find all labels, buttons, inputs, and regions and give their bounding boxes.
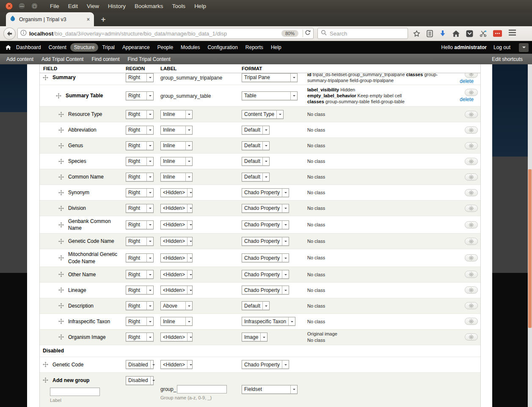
region-select[interactable]: Right [126,188,154,197]
admin-item-appearance[interactable]: Appearance [119,43,154,52]
region-select[interactable]: Right [126,110,154,119]
drag-handle-icon[interactable] [58,303,64,308]
settings-gear-button[interactable] [465,221,478,228]
region-select[interactable]: Right [126,317,154,326]
label-select[interactable]: <Hidden> [160,253,193,262]
bookmark-star-icon[interactable] [413,30,420,37]
admin-item-content[interactable]: Content [45,43,70,52]
region-select[interactable]: Right [126,333,154,341]
format-select[interactable]: Chado Property [242,270,289,279]
region-select[interactable]: Right [126,286,154,294]
format-select[interactable]: Tripal Pane [242,73,298,82]
menu-edit[interactable]: Edit [68,3,78,9]
edit-shortcuts-link[interactable]: Edit shortcuts [492,56,523,62]
settings-gear-button[interactable] [465,142,478,149]
region-select[interactable]: Right [126,73,154,82]
search-input[interactable]: Search [317,28,408,39]
drag-handle-icon[interactable] [56,93,61,99]
site-info-icon[interactable] [20,30,27,38]
drag-handle-icon[interactable] [43,362,48,367]
settings-gear-button[interactable] [465,189,478,196]
settings-gear-button[interactable] [465,73,478,78]
label-select[interactable]: <Hidden> [160,360,193,369]
settings-gear-button[interactable] [465,173,478,181]
region-select[interactable]: Right [126,91,154,100]
extension-badge-icon[interactable] [493,30,502,37]
settings-gear-button[interactable] [465,254,478,261]
format-select[interactable]: Default [242,301,270,310]
home-icon[interactable] [452,30,460,37]
label-select[interactable]: Inline [160,173,193,182]
settings-gear-button[interactable] [465,333,478,341]
format-select[interactable]: Table [242,91,298,100]
region-select[interactable]: Right [126,270,154,279]
admin-item-tripal[interactable]: Tripal [98,43,119,52]
drag-handle-icon[interactable] [58,143,64,148]
browser-tab[interactable]: Organism | Tripal v3 × [6,12,94,26]
drag-handle-icon[interactable] [58,319,64,324]
settings-gear-button[interactable] [465,271,478,278]
format-select[interactable]: Chado Property [242,204,289,213]
settings-gear-button[interactable] [465,286,478,294]
format-select[interactable]: Infraspecific Taxon [242,317,295,326]
label-select[interactable]: <Hidden> [160,188,193,197]
format-select[interactable]: Default [242,173,270,182]
group-label-input[interactable] [50,388,100,396]
reload-icon[interactable] [305,30,311,37]
menu-bookmarks[interactable]: Bookmarks [135,3,163,9]
overlay-scrollbar[interactable] [528,64,532,407]
label-select[interactable]: Inline [160,157,193,166]
delete-link[interactable]: delete [460,78,474,84]
drag-handle-icon[interactable] [43,75,48,80]
shortcut-find-tripal-content[interactable]: Find Tripal Content [128,56,171,62]
format-select[interactable]: Chado Property [242,286,289,294]
drag-handle-icon[interactable] [58,159,64,164]
region-select[interactable]: Right [126,204,154,213]
menu-help[interactable]: Help [194,3,206,9]
admin-item-people[interactable]: People [154,43,177,52]
format-select[interactable]: Chado Property [242,253,289,262]
hamburger-menu-icon[interactable] [509,30,516,37]
settings-gear-button[interactable] [465,302,478,309]
settings-gear-button[interactable] [465,318,478,325]
admin-item-configuration[interactable]: Configuration [204,43,241,52]
region-select[interactable]: Right [126,253,154,262]
menu-file[interactable]: File [50,3,59,9]
reading-list-icon[interactable] [427,30,433,37]
label-select[interactable]: <Hidden> [160,270,193,279]
delete-link[interactable]: delete [460,96,474,102]
menu-tools[interactable]: Tools [172,3,186,9]
settings-gear-button[interactable] [465,126,478,134]
settings-gear-button[interactable] [465,89,478,96]
shortcut-add-content[interactable]: Add content [6,56,33,62]
region-select[interactable]: Right [126,237,154,246]
region-select[interactable]: Disabled [126,360,154,369]
menu-history[interactable]: History [108,3,126,9]
label-select[interactable]: Inline [160,126,193,135]
region-select[interactable]: Right [126,126,154,135]
label-select[interactable]: <Hidden> [160,237,193,246]
label-select[interactable]: <Hidden> [160,204,193,213]
region-select[interactable]: Right [126,141,154,150]
settings-gear-button[interactable] [465,238,478,245]
admin-item-modules[interactable]: Modules [177,43,204,52]
drag-handle-icon[interactable] [43,377,48,383]
format-select[interactable]: Default [242,157,270,166]
settings-gear-button[interactable] [465,205,478,212]
format-select[interactable]: Default [242,126,270,135]
shortcut-add-tripal-content[interactable]: Add Tripal Content [41,56,83,62]
drag-handle-icon[interactable] [58,255,64,261]
format-select[interactable]: Image [242,333,267,341]
format-select[interactable]: Chado Property [242,188,289,197]
drag-handle-icon[interactable] [58,222,64,228]
menu-view[interactable]: View [87,3,99,9]
settings-gear-button[interactable] [465,158,478,165]
region-select[interactable]: Right [126,301,154,310]
label-select[interactable]: Inline [160,141,193,150]
downloads-icon[interactable] [439,30,446,37]
region-select[interactable]: Right [126,173,154,182]
drag-handle-icon[interactable] [58,272,64,277]
format-select[interactable]: Chado Property [242,360,289,369]
settings-gear-button[interactable] [465,111,478,118]
drag-handle-icon[interactable] [58,334,64,340]
